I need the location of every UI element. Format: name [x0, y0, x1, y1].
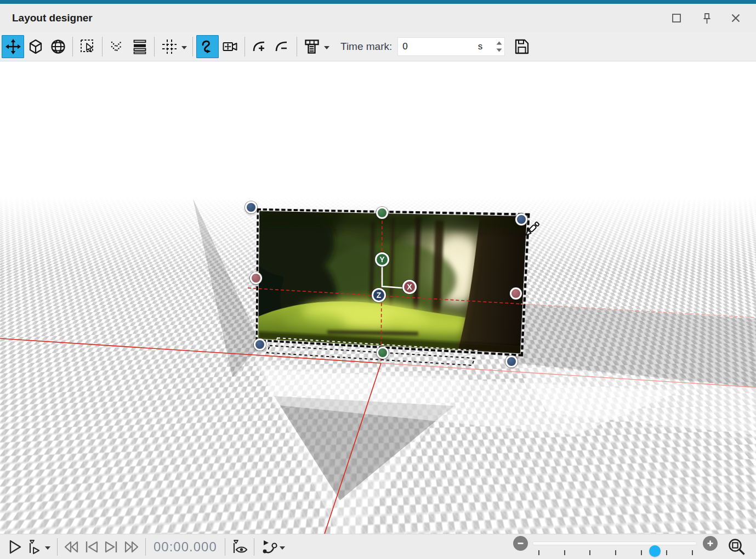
design-canvas[interactable]: Y X Z	[0, 62, 756, 534]
zoom-slider-thumb[interactable]	[649, 545, 661, 557]
toolbar: Time mark: s	[0, 32, 756, 61]
skip-to-end-icon	[102, 538, 121, 556]
play-options-caret[interactable]	[45, 542, 50, 552]
tool-motion-path-button[interactable]	[196, 35, 219, 58]
tool-add-path-point-button[interactable]	[248, 35, 271, 58]
play-from-marker-icon	[25, 538, 43, 556]
slider-tick	[666, 550, 667, 555]
gizmo-x-label: X	[407, 283, 412, 291]
tool-align-layers-button[interactable]	[128, 35, 151, 58]
resize-handle-bottom-right[interactable]	[505, 355, 518, 368]
tool-keyframe-table-button[interactable]	[300, 35, 323, 58]
motion-path-icon	[259, 538, 278, 556]
gizmo-z-axis-handle[interactable]: Z	[372, 288, 386, 302]
resize-handle-top-right[interactable]	[515, 213, 527, 225]
slider-tick	[641, 550, 642, 555]
playback-separator	[57, 538, 58, 556]
time-mark-unit: s	[478, 41, 483, 52]
window-controls	[668, 10, 744, 26]
chevron-down-icon	[45, 546, 50, 550]
save-button[interactable]	[510, 35, 533, 58]
close-button[interactable]	[727, 10, 744, 26]
maximize-icon	[670, 12, 683, 25]
zoom-slider-track[interactable]	[532, 541, 697, 545]
tool-remove-path-point-button[interactable]	[271, 35, 293, 58]
rewind-button[interactable]	[62, 537, 82, 557]
tool-curve-points-button[interactable]	[106, 35, 128, 58]
forest-photo	[258, 211, 527, 354]
tool-sphere-button[interactable]	[47, 35, 69, 58]
maximize-button[interactable]	[668, 10, 685, 26]
zoom-out-button[interactable]	[513, 536, 528, 551]
resize-handle-top-left[interactable]	[245, 201, 257, 213]
chevron-down-icon	[181, 46, 187, 49]
cube-icon	[27, 38, 44, 55]
time-mark-spinner	[496, 41, 502, 52]
grid-icon	[161, 38, 178, 55]
play-icon	[5, 538, 23, 556]
playback-separator	[254, 538, 254, 556]
resize-handle-middle-left[interactable]	[250, 272, 262, 284]
close-icon	[729, 12, 742, 25]
resize-handle-bottom-left[interactable]	[254, 338, 266, 351]
skip-to-start-icon	[82, 538, 101, 556]
s-curve-icon	[200, 38, 216, 55]
resize-handle-bottom-center[interactable]	[377, 347, 389, 359]
play-button[interactable]	[4, 537, 24, 557]
skip-to-end-button[interactable]	[101, 537, 121, 557]
gizmo-x-axis-handle[interactable]: X	[402, 280, 417, 294]
rewind-icon	[62, 538, 81, 556]
skip-to-start-button[interactable]	[82, 537, 101, 557]
time-mark-label: Time mark:	[340, 41, 392, 53]
tool-select-button[interactable]	[76, 35, 99, 58]
spinner-up-icon	[496, 41, 502, 45]
fast-forward-icon	[122, 538, 140, 556]
resize-handle-top-center[interactable]	[376, 207, 388, 219]
tool-move-button[interactable]	[2, 35, 24, 58]
chevron-down-icon	[324, 46, 329, 49]
marker-visibility-button[interactable]	[230, 537, 249, 557]
pin-icon	[700, 12, 713, 25]
titlebar: Layout designer	[0, 4, 756, 32]
resize-handle-middle-right[interactable]	[510, 287, 522, 300]
select-marquee-icon	[79, 38, 96, 55]
layer-bars-icon	[132, 38, 148, 55]
layout-designer-window: Layout designer	[0, 0, 756, 559]
slider-tick	[615, 550, 616, 555]
pin-button[interactable]	[698, 10, 714, 26]
spinner-down-icon	[496, 48, 502, 52]
motion-path-options-caret[interactable]	[280, 542, 285, 552]
globe-icon	[50, 38, 66, 55]
slider-tick	[564, 550, 565, 555]
zoom-in-button[interactable]	[703, 536, 718, 551]
toolbar-separator	[102, 37, 103, 57]
magnifier-square-icon	[727, 537, 747, 557]
tool-camera-pan-button[interactable]	[219, 35, 241, 58]
toolbar-separator	[297, 37, 297, 57]
slider-tick	[538, 550, 539, 555]
dotted-chevrons-icon	[109, 38, 126, 55]
toolbar-separator	[154, 37, 155, 57]
tool-3d-cube-button[interactable]	[24, 35, 47, 58]
play-from-marker-button[interactable]	[24, 537, 44, 557]
keyframe-table-dropdown-caret[interactable]	[324, 42, 329, 52]
tool-grid-button[interactable]	[158, 35, 180, 58]
grid-dropdown-caret[interactable]	[181, 42, 187, 52]
spinner-up-button[interactable]	[496, 41, 502, 45]
curve-minus-icon	[274, 38, 291, 55]
zoom-to-fit-button[interactable]	[727, 537, 747, 558]
slider-tick	[589, 550, 590, 555]
spinner-down-button[interactable]	[496, 48, 502, 52]
camera-pan-icon	[222, 38, 238, 55]
motion-path-options-button[interactable]	[259, 537, 278, 557]
marker-eye-icon	[230, 538, 249, 556]
playback-separator	[145, 538, 146, 556]
time-mark-input[interactable]	[398, 41, 469, 53]
chevron-down-icon	[280, 546, 285, 550]
fast-forward-button[interactable]	[121, 537, 141, 557]
selected-image-object[interactable]	[258, 211, 527, 354]
move-icon	[5, 38, 21, 55]
gizmo-y-axis-handle[interactable]: Y	[375, 252, 389, 267]
zoom-control	[510, 534, 756, 559]
time-mark-field: s	[397, 37, 505, 56]
